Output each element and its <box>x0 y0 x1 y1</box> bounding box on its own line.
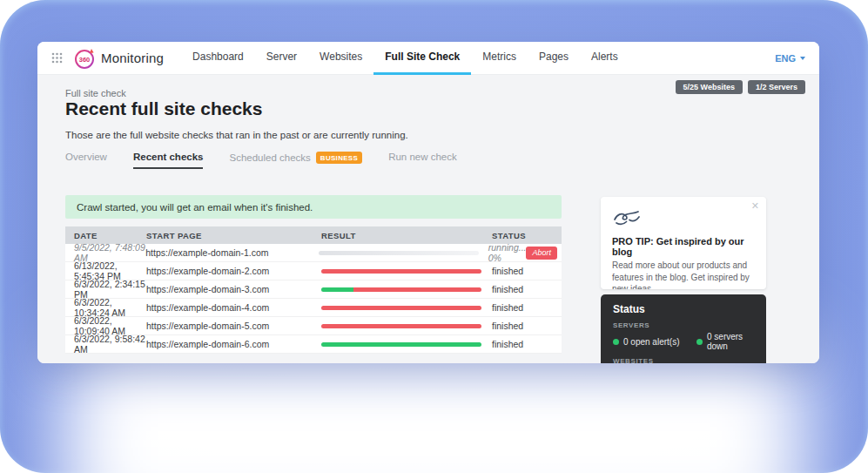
pro-tip-card: ✕ PRO TIP: Get inspired by our blog Read… <box>601 197 766 289</box>
nav-item-websites[interactable]: Websites <box>308 42 373 75</box>
right-sidebar: ✕ PRO TIP: Get inspired by our blog Read… <box>601 197 766 363</box>
brand-name: Monitoring <box>101 51 164 65</box>
logo-360-icon: 360 <box>73 47 96 70</box>
check-result <box>319 251 488 255</box>
browser-window: 360 Monitoring Dashboard Server Websites… <box>37 42 819 363</box>
status-text: finished <box>492 339 523 349</box>
check-start-page: https://example-domain-6.com <box>146 339 321 349</box>
business-badge: BUSINESS <box>316 152 362 164</box>
table-header: DATE START PAGE RESULT STATUS <box>65 226 562 244</box>
status-card-title: Status <box>613 303 754 315</box>
table-row[interactable]: 6/3/2022, 10:09:40 AM https://example-do… <box>65 317 562 335</box>
progress-red-segment <box>321 324 481 328</box>
tab-recent-checks[interactable]: Recent checks <box>133 152 204 169</box>
handshake-doodle-icon <box>612 208 755 231</box>
check-start-page: https://example-domain-3.com <box>146 284 321 294</box>
progress-bar <box>321 342 481 347</box>
check-result <box>321 306 492 310</box>
status-section-servers: SERVERS <box>613 321 754 329</box>
check-status: finished <box>492 302 562 313</box>
nav-item-dashboard[interactable]: Dashboard <box>181 42 255 75</box>
table-row[interactable]: 6/3/2022, 9:58:42 AM https://example-dom… <box>65 335 562 354</box>
language-selector[interactable]: ENG <box>775 53 805 64</box>
col-header-start-page: START PAGE <box>146 231 321 240</box>
nav-item-alerts[interactable]: Alerts <box>580 42 629 75</box>
marketing-canvas: 360 Monitoring Dashboard Server Websites… <box>0 0 868 473</box>
nav-item-metrics[interactable]: Metrics <box>471 42 528 75</box>
usage-badges: 5/25 Websites 1/2 Servers <box>676 80 805 94</box>
servers-status-row: 0 open alert(s) 0 servers down <box>613 332 754 351</box>
language-label: ENG <box>775 53 796 64</box>
banner-message: Crawl started, you will get an email whe… <box>77 202 313 213</box>
status-text: finished <box>492 284 523 294</box>
progress-green-segment <box>321 342 481 347</box>
pro-tip-body: Read more about our products and feature… <box>612 260 755 289</box>
col-header-date: DATE <box>65 231 146 240</box>
progress-bar <box>321 269 481 274</box>
nav-item-pages[interactable]: Pages <box>528 42 580 75</box>
brand-logo[interactable]: 360 Monitoring <box>73 47 164 70</box>
table-row[interactable]: 6/3/2022, 10:34:24 AM https://example-do… <box>65 299 562 317</box>
check-result <box>321 342 492 347</box>
close-icon[interactable]: ✕ <box>751 200 759 212</box>
websites-quota-badge[interactable]: 5/25 Websites <box>676 80 743 94</box>
top-navbar: 360 Monitoring Dashboard Server Websites… <box>37 42 819 75</box>
check-date: 6/3/2022, 9:58:42 AM <box>65 334 146 355</box>
page-description: Those are the full website checks that r… <box>65 130 408 140</box>
tab-overview[interactable]: Overview <box>65 152 107 169</box>
check-status: finished <box>492 339 562 349</box>
check-start-page: https://example-domain-4.com <box>146 302 321 313</box>
table-row[interactable]: 6/3/2022, 2:34:15 PM https://example-dom… <box>65 280 562 299</box>
check-start-page: https://example-domain-1.com <box>145 247 319 258</box>
status-text: finished <box>492 266 523 276</box>
servers-down: 0 servers down <box>696 332 754 351</box>
tab-scheduled-checks[interactable]: Scheduled checks BUSINESS <box>229 152 362 171</box>
table-row[interactable]: 9/5/2022, 7:48:09 AM https://example-dom… <box>65 244 562 262</box>
check-result <box>321 324 492 328</box>
check-status: finished <box>492 266 562 276</box>
sub-tabs: Overview Recent checks Scheduled checks … <box>65 152 457 171</box>
status-text: finished <box>492 321 523 331</box>
tab-run-new-check[interactable]: Run new check <box>388 152 457 169</box>
status-section-websites: WEBSITES <box>613 357 754 363</box>
chevron-down-icon <box>800 57 805 60</box>
progress-green-segment <box>321 287 353 292</box>
progress-bar <box>321 324 481 328</box>
table-row[interactable]: 6/13/2022, 5:45:34 PM https://example-do… <box>65 262 562 280</box>
check-status: running... 0% Abort <box>488 242 562 263</box>
servers-open-alerts-label: 0 open alert(s) <box>623 337 679 347</box>
check-result <box>321 269 492 274</box>
app-launcher-icon[interactable] <box>51 52 63 64</box>
main-nav: Dashboard Server Websites Full Site Chec… <box>181 42 629 75</box>
status-card: Status SERVERS 0 open alert(s) 0 servers… <box>601 294 766 363</box>
col-header-status: STATUS <box>492 231 562 240</box>
main-area: Crawl started, you will get an email whe… <box>65 195 819 363</box>
progress-red-segment <box>321 306 481 310</box>
check-result <box>321 287 492 292</box>
tab-scheduled-checks-label: Scheduled checks <box>229 152 310 163</box>
check-status: finished <box>492 321 562 331</box>
svg-text:360: 360 <box>79 56 91 64</box>
progress-bar <box>321 306 481 310</box>
page-content: 5/25 Websites 1/2 Servers Full site chec… <box>37 75 819 363</box>
green-status-dot <box>613 339 619 345</box>
servers-down-label: 0 servers down <box>707 332 754 351</box>
green-status-dot <box>696 339 703 345</box>
status-text: finished <box>492 302 523 313</box>
pro-tip-title: PRO TIP: Get inspired by our blog <box>612 236 755 257</box>
progress-bar <box>321 287 481 292</box>
status-text: running... 0% <box>488 242 527 263</box>
servers-quota-badge[interactable]: 1/2 Servers <box>748 80 805 94</box>
success-banner: Crawl started, you will get an email whe… <box>65 195 562 219</box>
checks-table: DATE START PAGE RESULT STATUS 9/5/2022, … <box>65 226 562 354</box>
nav-item-full-site-check[interactable]: Full Site Check <box>373 42 471 75</box>
col-header-result: RESULT <box>321 231 492 240</box>
checks-column: Crawl started, you will get an email whe… <box>65 195 562 354</box>
progress-red-segment <box>321 269 481 274</box>
breadcrumb: Full site check <box>65 88 126 98</box>
page-title: Recent full site checks <box>65 98 262 119</box>
check-start-page: https://example-domain-5.com <box>146 321 321 331</box>
nav-item-server[interactable]: Server <box>255 42 308 75</box>
servers-open-alerts: 0 open alert(s) <box>613 332 696 351</box>
abort-button[interactable]: Abort <box>526 247 557 260</box>
